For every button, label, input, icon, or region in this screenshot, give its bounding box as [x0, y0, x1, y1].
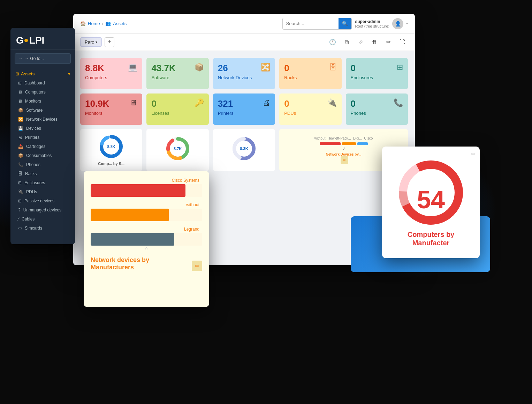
comp-mfr-edit-btn[interactable]: ✏ [471, 151, 476, 157]
parc-tab[interactable]: Parc ▾ [80, 37, 102, 47]
donut-comp-status: 8.8K [99, 134, 123, 159]
tab-chevron: ▾ [96, 40, 97, 44]
cartridges-icon: 📥 [18, 144, 23, 149]
donut-center-value: 8.3K [240, 147, 248, 151]
sidebar-item-enclosures[interactable]: ⊞ Enclosures [10, 178, 75, 187]
assets-section-header[interactable]: ⊞ Assets ▾ [10, 69, 75, 78]
passive-icon: ⊞ [18, 199, 22, 203]
sidebar-item-devices[interactable]: 💾 Devices [10, 124, 75, 133]
bar-track-without [91, 209, 202, 221]
sidebar-item-label: Phones [26, 162, 40, 167]
assets-icon: ⊞ [15, 72, 19, 76]
sidebar-item-racks[interactable]: 🗄 Racks [10, 169, 75, 178]
add-tab-button[interactable]: + [105, 37, 114, 47]
stat-card-enclosures[interactable]: 0 Enclosures ⊞ [346, 58, 408, 89]
user-avatar: 👤 [392, 18, 403, 29]
comp-mfr-number: 54 [417, 185, 445, 214]
sidebar-item-label: Racks [25, 171, 37, 176]
bar-row-without: without [91, 202, 202, 221]
chart-net-by-type[interactable]: 8.3K [213, 129, 275, 171]
stat-card-phones[interactable]: 0 Phones 📞 [346, 93, 408, 125]
pdus-label: PDUs [284, 111, 336, 116]
user-info: super-admin Root (tree structure) 👤 ▾ [355, 18, 408, 29]
sidebar-item-label: Network Devices [26, 117, 58, 122]
stat-card-software[interactable]: 43.7K Software 📦 [146, 58, 208, 89]
bar-fill-without [91, 209, 169, 221]
stat-card-network-devices[interactable]: 26 Network Devices 🔀 [213, 58, 275, 89]
sidebar-item-cartridges[interactable]: 📥 Cartridges [10, 142, 75, 151]
sidebar-item-dashboard[interactable]: ⊞ Dashboard [10, 78, 75, 88]
search-button[interactable]: 🔍 [339, 18, 351, 30]
breadcrumb: 🏠 Home / 👥 Assets [80, 21, 279, 26]
net-devices-card: Cisco Systems without Legrand 0 Network … [84, 171, 209, 307]
licenses-label: Licenses [151, 111, 204, 116]
comp-mfr-label: Computers byManufacter [408, 230, 454, 247]
unmanaged-icon: ? [18, 208, 21, 212]
donut-center-value: 8.8K [107, 144, 115, 149]
share-button[interactable]: ⇗ [355, 37, 366, 48]
stat-card-computers[interactable]: 8.8K Computers 💻 [80, 58, 142, 89]
sidebar-item-passive-devices[interactable]: ⊞ Passive devices [10, 196, 75, 205]
printers-icon: 🖨 [18, 135, 22, 140]
logo-dot [24, 39, 28, 42]
sidebar-item-consumables[interactable]: 📦 Consumables [10, 151, 75, 160]
monitors-icon: 🖥 [18, 99, 22, 104]
chart-comp-by-status[interactable]: 8.8K Comp... by S... [80, 129, 142, 171]
sidebar-item-monitors[interactable]: 🖥 Monitors [10, 97, 75, 106]
bar-row-cisco: Cisco Systems [91, 178, 202, 197]
sidebar-item-label: Passive devices [24, 199, 54, 203]
breadcrumb-separator: / [102, 21, 104, 26]
bar-track-legrand [91, 233, 202, 246]
goto-label: → Go to... [25, 56, 44, 61]
assets-breadcrumb-icon: 👥 [105, 21, 111, 26]
sidebar-item-network-devices[interactable]: 🔀 Network Devices [10, 115, 75, 124]
sidebar-item-software[interactable]: 📦 Software [10, 106, 75, 115]
phones-icon: 📞 [394, 98, 403, 107]
sidebar-item-label: Unmanaged devices [23, 208, 61, 212]
sidebar-item-label: Dashboard [24, 81, 45, 85]
donut-net-type: 8.3K [232, 136, 256, 161]
net-devices-edit-btn[interactable]: ✏ [192, 261, 202, 271]
racks-icon: 🗄 [18, 171, 22, 176]
user-chevron[interactable]: ▾ [406, 22, 408, 25]
fullscreen-button[interactable]: ⛶ [397, 37, 408, 48]
enclosures-count: 0 [351, 63, 403, 74]
search-input[interactable] [283, 21, 339, 26]
sidebar-item-unmanaged[interactable]: ? Unmanaged devices [10, 205, 75, 215]
chart-comp-by-type[interactable]: 8.7K [146, 129, 208, 171]
simcards-icon: ▭ [18, 226, 22, 231]
network-icon: 🔀 [261, 63, 270, 72]
stat-card-racks[interactable]: 0 Racks 🗄 [279, 58, 341, 89]
monitors-icon: 🖥 [130, 98, 137, 107]
stat-card-licenses[interactable]: 0 Licenses 🔑 [146, 93, 208, 125]
home-link[interactable]: Home [88, 21, 100, 26]
home-icon: 🏠 [80, 21, 86, 26]
sidebar-item-phones[interactable]: 📞 Phones [10, 160, 75, 169]
assets-link[interactable]: Assets [113, 21, 127, 26]
stat-card-pdus[interactable]: 0 PDUs 🔌 [279, 93, 341, 125]
bar-zero: 0 [91, 247, 202, 251]
goto-button[interactable]: → → Go to... [15, 53, 71, 64]
cables-icon: ∕ [18, 217, 19, 222]
stat-card-printers[interactable]: 321 Printers 🖨 [213, 93, 275, 125]
sidebar-item-cables[interactable]: ∕ Cables [10, 215, 75, 224]
monitors-label: Monitors [85, 111, 137, 116]
dashboard: 8.8K Computers 💻 43.7K Software 📦 26 Net… [73, 51, 415, 178]
sidebar-item-computers[interactable]: 🖥 Computers [10, 88, 75, 97]
phones-label: Phones [351, 111, 403, 116]
copy-button[interactable]: ⧉ [341, 37, 352, 48]
bar-fill-legrand [91, 233, 174, 246]
edit-button[interactable]: ✏ [383, 37, 394, 48]
sidebar-item-pdus[interactable]: 🔌 PDUs [10, 187, 75, 196]
printers-label: Printers [218, 111, 270, 116]
history-button[interactable]: 🕐 [327, 37, 338, 48]
delete-button[interactable]: 🗑 [369, 37, 380, 48]
donut-center-value: 8.7K [174, 147, 182, 151]
sidebar-item-simcards[interactable]: ▭ Simcards [10, 224, 75, 233]
sidebar-item-label: Enclosures [24, 180, 45, 185]
sidebar-logo: G LPI [10, 28, 75, 50]
network-chart-edit-btn[interactable]: ✏ [341, 156, 348, 164]
stat-card-monitors[interactable]: 10.9K Monitors 🖥 [80, 93, 142, 125]
sidebar-item-printers[interactable]: 🖨 Printers [10, 133, 75, 142]
bar-label-without: without [91, 202, 202, 207]
